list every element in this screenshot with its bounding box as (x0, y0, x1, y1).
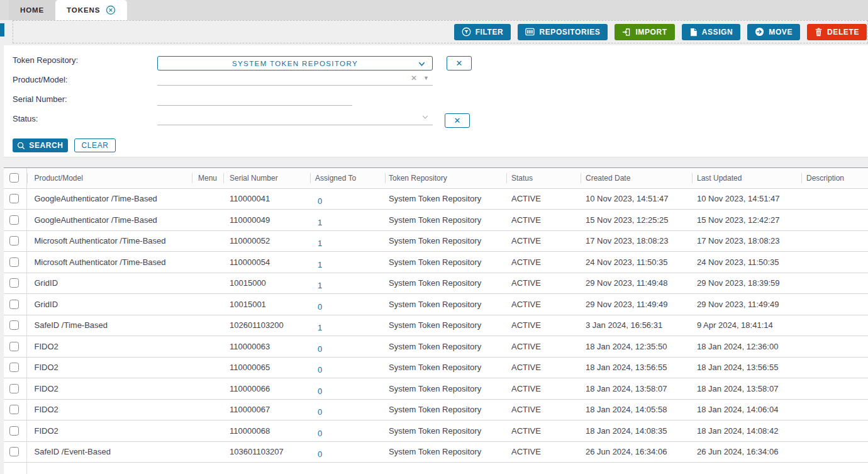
token-repository-select[interactable]: SYSTEM TOKEN REPOSITORY (157, 56, 433, 71)
col-assigned-to[interactable]: Assigned To (310, 168, 385, 188)
delete-button[interactable]: DELETE (807, 24, 867, 40)
clear-button[interactable]: CLEAR (74, 138, 116, 152)
cell-status: ACTIVE (506, 399, 581, 420)
col-status[interactable]: Status (506, 168, 581, 188)
table-row[interactable]: SafeID /Time-Based 102601103200 1 System… (4, 315, 868, 336)
cell-serial-number: 110000054 (223, 252, 310, 273)
panel-handle[interactable] (0, 23, 4, 37)
cell-description (801, 315, 868, 336)
row-checkbox[interactable] (9, 384, 19, 393)
col-token-repository[interactable]: Token Repository (385, 168, 506, 188)
cell-last-updated: 18 Jan 2024, 14:06:04 (692, 399, 801, 420)
table-row[interactable]: FIDO2 110000066 0 System Token Repositor… (4, 378, 868, 400)
row-checkbox[interactable] (9, 405, 19, 414)
filter-icon (462, 27, 471, 37)
assigned-count-link[interactable]: 1 (318, 260, 322, 269)
table-row[interactable]: GridID 10015000 1 System Token Repositor… (4, 273, 868, 294)
row-checkbox[interactable] (9, 320, 19, 330)
tab-home[interactable]: HOME (9, 0, 55, 20)
assigned-count-link[interactable]: 1 (318, 218, 322, 227)
filter-button[interactable]: FILTER (454, 24, 511, 40)
row-checkbox[interactable] (9, 447, 19, 456)
status-select[interactable] (157, 111, 433, 125)
col-last-updated[interactable]: Last Updated (692, 168, 801, 188)
assigned-count-link[interactable]: 0 (318, 302, 322, 312)
chevron-down-icon (418, 60, 426, 69)
clear-token-repository-button[interactable]: ✕ (447, 56, 472, 71)
row-checkbox[interactable] (9, 300, 19, 309)
status-chevron-down-icon[interactable] (421, 113, 429, 123)
move-button[interactable]: MOVE (747, 24, 800, 40)
table-row[interactable]: FIDO2 110000067 0 System Token Repositor… (4, 399, 868, 420)
assigned-count-link[interactable]: 0 (318, 387, 322, 396)
search-button[interactable]: SEARCH (13, 138, 68, 152)
cell-serial-number: 110000065 (223, 357, 310, 378)
assigned-count-link[interactable]: 0 (318, 365, 322, 375)
select-all-checkbox[interactable] (9, 173, 19, 183)
cell-menu (192, 294, 223, 315)
cell-token-repository: System Token Repository (385, 420, 506, 442)
col-product-model[interactable]: Product/Model (26, 168, 192, 188)
cell-menu (192, 420, 223, 442)
row-checkbox[interactable] (9, 278, 19, 288)
cell-token-repository: System Token Repository (385, 441, 506, 463)
row-checkbox[interactable] (9, 426, 19, 436)
cell-product-model: GridID (26, 294, 192, 315)
col-description[interactable]: Description (801, 168, 868, 188)
import-icon (622, 28, 631, 37)
row-checkbox[interactable] (9, 342, 19, 351)
cell-serial-number: 110000041 (223, 188, 310, 210)
cell-menu (192, 315, 223, 336)
clear-status-button[interactable]: ✕ (445, 113, 470, 128)
import-button[interactable]: IMPORT (615, 24, 674, 40)
table-row[interactable]: FIDO2 110000063 0 System Token Repositor… (4, 336, 868, 358)
cell-created-date: 18 Jan 2024, 13:58:07 (581, 378, 692, 400)
col-created-date[interactable]: Created Date (581, 168, 692, 188)
product-model-input[interactable]: ✕▼ (157, 72, 433, 86)
col-menu[interactable]: Menu (192, 168, 223, 188)
assigned-count-link[interactable]: 0 (318, 429, 322, 438)
row-checkbox[interactable] (9, 363, 19, 372)
tab-tokens-label: TOKENS (67, 6, 100, 14)
table-row[interactable]: GoogleAuthenticator /Time-Based 11000004… (4, 188, 868, 210)
cell-created-date: 18 Jan 2024, 14:08:35 (581, 420, 692, 442)
cell-product-model: FIDO2 (26, 399, 192, 420)
assigned-count-link[interactable]: 1 (318, 281, 322, 290)
cell-last-updated: 18 Jan 2024, 12:36:00 (692, 336, 801, 358)
cell-created-date: 24 Nov 2023, 11:50:35 (581, 252, 692, 273)
assign-button[interactable]: ASSIGN (682, 24, 741, 40)
col-serial-number[interactable]: Serial Number (223, 168, 310, 188)
cell-menu (192, 230, 223, 252)
table-row[interactable]: FIDO2 110000065 0 System Token Repositor… (4, 357, 868, 378)
assigned-count-link[interactable]: 1 (318, 239, 322, 248)
assigned-count-link[interactable]: 0 (318, 407, 322, 417)
row-checkbox[interactable] (9, 215, 19, 225)
assigned-count-link[interactable]: 0 (318, 196, 322, 206)
cell-created-date: 18 Jan 2024, 14:05:58 (581, 399, 692, 420)
cell-created-date: 3 Jan 2024, 16:56:31 (581, 315, 692, 336)
cell-last-updated: 18 Jan 2024, 13:58:07 (692, 378, 801, 400)
assigned-count-link[interactable]: 1 (318, 323, 322, 332)
cell-serial-number: 10015001 (223, 294, 310, 315)
cell-menu (192, 399, 223, 420)
cell-token-repository: System Token Repository (385, 399, 506, 420)
assigned-count-link[interactable]: 0 (318, 449, 322, 459)
token-repository-label: Token Repository: (13, 55, 78, 65)
table-row[interactable]: Microsoft Authenticator /Time-Based 1100… (4, 252, 868, 273)
clear-product-model-icon[interactable]: ✕ (411, 74, 417, 82)
close-tab-icon[interactable] (106, 5, 116, 15)
repositories-button[interactable]: REPOSITORIES (518, 24, 608, 40)
serial-number-input[interactable] (157, 92, 352, 106)
table-row[interactable]: Microsoft Authenticator /Time-Based 1100… (4, 230, 868, 252)
assigned-count-link[interactable]: 0 (318, 344, 322, 354)
row-checkbox[interactable] (9, 194, 19, 203)
cell-token-repository: System Token Repository (385, 230, 506, 252)
table-row[interactable]: SafeID /Event-Based 103601103207 0 Syste… (4, 441, 868, 463)
tab-tokens[interactable]: TOKENS (55, 0, 127, 20)
table-row[interactable]: GoogleAuthenticator /Time-Based 11000004… (4, 210, 868, 231)
table-row[interactable]: FIDO2 110000068 0 System Token Repositor… (4, 420, 868, 442)
table-row[interactable]: GridID 10015001 0 System Token Repositor… (4, 294, 868, 315)
product-model-dropdown-icon[interactable]: ▼ (423, 75, 429, 81)
row-checkbox[interactable] (9, 257, 19, 267)
row-checkbox[interactable] (9, 236, 19, 245)
